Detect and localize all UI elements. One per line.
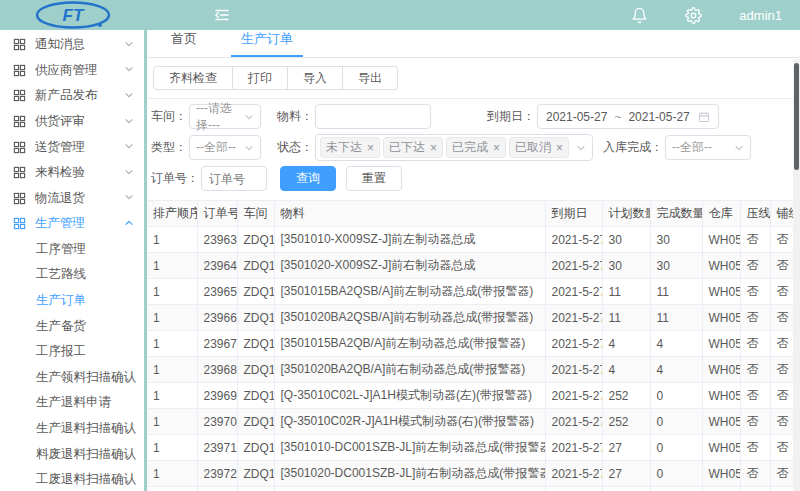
table-cell: 23964 [197,253,237,279]
collapse-sidebar-icon[interactable] [213,5,233,25]
sidebar-item-0[interactable]: 通知消息 [0,32,144,58]
table-cell: 0 [650,409,702,435]
status-label: 状态： [277,139,313,156]
tab-item[interactable]: 首页 [161,30,207,57]
table-row[interactable]: 123966ZDQ13[3501020BA2QSB/A]前右制动器总成(带报警器… [147,305,795,331]
table-cell: [Q-35010C02L-J]A1H模式制动器(左)(带报警器) [274,383,545,409]
tag-close-icon[interactable]: × [493,143,500,153]
table-cell: 否 [740,331,770,357]
table-cell: WH05 [702,279,740,305]
toolbar-button[interactable]: 打印 [233,66,288,90]
table-cell: 252 [602,409,650,435]
table-cell: 1 [147,331,197,357]
toolbar-button[interactable]: 导出 [343,66,398,90]
column-header: 订单号 [197,201,237,227]
chevron-down-icon [124,140,134,154]
table-row[interactable]: 123970ZDQ13[Q-35010C02R-J]A1H模式制动器(右)(带报… [147,409,795,435]
chevron-down-icon [124,191,134,205]
tag-close-icon[interactable]: × [367,143,374,153]
table-row[interactable]: 123967ZDQ13[3501015BA2QB/A]前左制动器总成(带报警器)… [147,331,795,357]
sidebar-subitem[interactable]: 生产备货 [0,314,144,340]
toolbar-button[interactable]: 齐料检查 [153,66,233,90]
type-select[interactable]: --全部-- [189,135,261,160]
table-cell: 11 [650,305,702,331]
settings-gear-icon[interactable] [685,6,703,24]
sidebar-item-6[interactable]: 物流退货 [0,186,144,212]
tag-close-icon[interactable]: × [430,143,437,153]
table-cell: 否 [740,305,770,331]
notifications-bell-icon[interactable] [631,6,649,24]
table-cell: 0 [650,435,702,461]
table-cell: 否 [770,435,795,461]
sidebar-subitem[interactable]: 生产退料申请 [0,390,144,416]
table-cell: 23968 [197,357,237,383]
table-cell: ZDQ13 [237,253,274,279]
vertical-scrollbar[interactable] [793,59,800,491]
sidebar-subitem[interactable]: 生产领料扫描确认 [0,365,144,391]
table-cell: 否 [770,227,795,253]
inbound-done-select[interactable]: --全部-- [665,135,751,160]
main-content: 首页生产订单 齐料检查打印导入导出 车间： ---请选择--- 物料： 到期日：… [147,30,800,491]
company-logo: FT [0,0,145,30]
sidebar-subitem[interactable]: 工艺路线 [0,262,144,288]
table-row[interactable]: 123965ZDQ13[3501015BA2QSB/A]前左制动器总成(带报警器… [147,279,795,305]
sidebar-subitem[interactable]: 生产订单 [0,288,144,314]
workshop-select[interactable]: ---请选择--- [189,104,261,129]
table-cell: 否 [740,253,770,279]
sidebar-item-3[interactable]: 供货评审 [0,109,144,135]
sidebar-subitem[interactable]: 工序报工 [0,339,144,365]
table-cell: ZDQ13 [237,357,274,383]
status-multiselect[interactable]: 未下达×已下达×已完成×已取消× [315,134,593,161]
table-cell: WH05 [702,331,740,357]
table-cell: 11 [602,305,650,331]
sidebar-subitem[interactable]: 料废退料扫描确认 [0,442,144,468]
table-cell: 否 [770,305,795,331]
username[interactable]: admin1 [739,8,782,23]
sidebar-item-4[interactable]: 送货管理 [0,134,144,160]
column-header: 压线 [740,201,770,227]
table-cell: 30 [650,253,702,279]
grid-icon [13,64,26,77]
tab-active[interactable]: 生产订单 [231,30,303,57]
table-row[interactable]: 123964ZDQ13[3501020-X009SZ-J]前右制动器总成2021… [147,253,795,279]
material-input[interactable] [315,104,431,129]
table-row[interactable]: 123973ZDQ13[3501010-DC001SZB-J]前左制动器总成(带… [147,487,795,491]
reset-button[interactable]: 重置 [346,166,402,191]
svg-text:FT: FT [62,6,84,25]
sidebar-item-1[interactable]: 供应商管理 [0,58,144,84]
table-row[interactable]: 123972ZDQ13[3501020-DC001SZB-JL]前右制动器总成(… [147,461,795,487]
grid-icon [13,115,26,128]
table-row[interactable]: 123971ZDQ13[3501010-DC001SZB-JL]前左制动器总成(… [147,435,795,461]
sidebar-subitem[interactable]: 生产退料扫描确认 [0,416,144,442]
table-cell: ZDQ13 [237,409,274,435]
sidebar-item-label: 送货管理 [35,139,124,156]
table-cell: 2021-5-27 [545,487,602,491]
table-cell: 否 [740,409,770,435]
table-cell: 23969 [197,383,237,409]
table-cell: WH05 [702,253,740,279]
table-cell: 否 [770,357,795,383]
table-row[interactable]: 123963ZDQ13[3501010-X009SZ-J]前左制动器总成2021… [147,227,795,253]
workshop-label: 车间： [151,108,187,125]
table-cell: 11 [602,279,650,305]
table-cell: ZDQ13 [237,227,274,253]
table-cell: 23973 [197,487,237,491]
toolbar-button[interactable]: 导入 [288,66,343,90]
sidebar-item-7[interactable]: 生产管理 [0,211,144,237]
scrollbar-thumb[interactable] [794,63,799,170]
order-no-input[interactable] [201,166,267,191]
type-label: 类型： [151,139,187,156]
search-button[interactable]: 查询 [280,166,336,191]
table-cell: 4 [650,331,702,357]
sidebar-item-2[interactable]: 新产品发布 [0,83,144,109]
sidebar-subitem[interactable]: 工序管理 [0,237,144,263]
table-cell: 30 [650,227,702,253]
tag-close-icon[interactable]: × [556,143,563,153]
sidebar-item-5[interactable]: 来料检验 [0,160,144,186]
due-date-range-picker[interactable]: 2021-05-27 ~ 2021-05-27 [537,104,719,129]
table-row[interactable]: 123968ZDQ13[3501020BA2QB/A]前右制动器总成(带报警器)… [147,357,795,383]
table-row[interactable]: 123969ZDQ13[Q-35010C02L-J]A1H模式制动器(左)(带报… [147,383,795,409]
table-cell: 1 [147,487,197,491]
sidebar-subitem[interactable]: 工废退料扫描确认 [0,467,144,491]
column-header: 物料 [274,201,545,227]
